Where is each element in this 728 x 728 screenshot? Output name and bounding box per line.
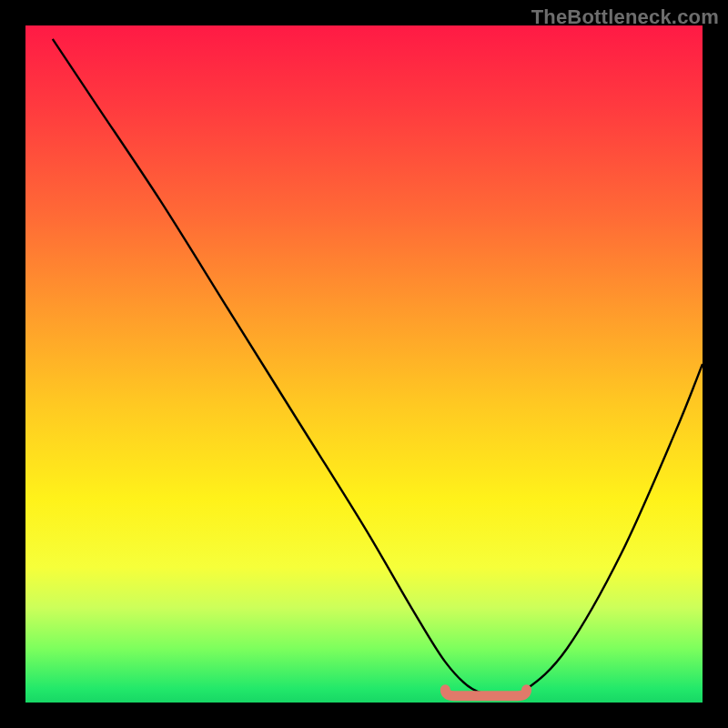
bottleneck-curve-line — [53, 39, 703, 696]
chart-frame: TheBottleneck.com — [0, 0, 728, 728]
optimal-band-marker — [445, 690, 526, 696]
chart-svg — [25, 25, 703, 703]
watermark-text: TheBottleneck.com — [531, 5, 719, 29]
plot-area — [25, 25, 703, 703]
